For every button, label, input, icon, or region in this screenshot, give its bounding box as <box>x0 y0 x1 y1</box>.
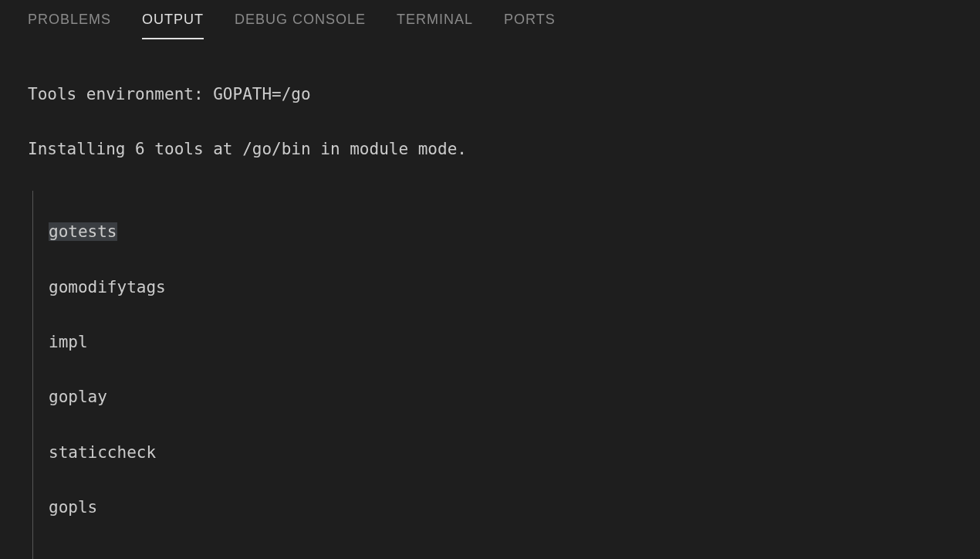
tool-item: staticcheck <box>49 439 952 467</box>
tool-item: gopls <box>49 494 952 522</box>
tools-list: gotests gomodifytags impl goplay staticc… <box>32 191 952 559</box>
tab-output[interactable]: OUTPUT <box>142 9 204 39</box>
tab-debug-console[interactable]: DEBUG CONSOLE <box>235 9 366 39</box>
tab-ports[interactable]: PORTS <box>504 9 556 39</box>
tool-item: gotests <box>49 219 952 246</box>
output-panel[interactable]: Tools environment: GOPATH=/go Installing… <box>0 39 980 559</box>
tab-terminal[interactable]: TERMINAL <box>397 9 473 39</box>
output-line: Tools environment: GOPATH=/go <box>28 81 952 109</box>
tab-problems[interactable]: PROBLEMS <box>28 9 111 39</box>
tool-item: goplay <box>49 384 952 412</box>
tool-item: gomodifytags <box>49 274 952 302</box>
output-line: Installing 6 tools at /go/bin in module … <box>28 136 952 164</box>
tool-item: impl <box>49 329 952 357</box>
panel-tabs: PROBLEMS OUTPUT DEBUG CONSOLE TERMINAL P… <box>0 0 980 39</box>
